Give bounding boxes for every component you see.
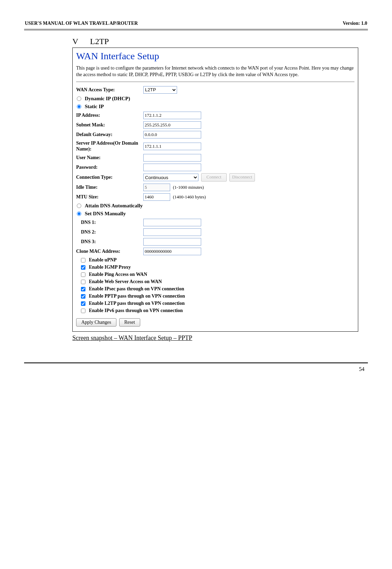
page-number: 54	[24, 366, 368, 372]
dns-auto-radio[interactable]	[77, 204, 81, 208]
figure-caption: Screen snapshot – WAN Interface Setup – …	[72, 334, 368, 342]
connect-button[interactable]: Connect	[201, 173, 227, 182]
server-input[interactable]	[143, 143, 201, 150]
idle-label: Idle Time:	[76, 185, 143, 190]
mask-label: Subnet Mask:	[76, 122, 143, 128]
apply-button[interactable]: Apply Changes	[76, 318, 116, 327]
gw-input[interactable]	[143, 131, 201, 138]
pass-input[interactable]	[143, 164, 201, 171]
web-label: Enable Web Server Access on WAN	[89, 279, 162, 284]
footer-rule	[24, 362, 368, 363]
dns3-label: DNS 3:	[81, 239, 143, 245]
dns1-input[interactable]	[143, 219, 201, 226]
upnp-check[interactable]	[81, 258, 85, 262]
wan-setup-panel: WAN Interface Setup This page is used to…	[72, 48, 358, 332]
idle-hint: (1-1000 minutes)	[173, 185, 204, 190]
conn-select[interactable]: Continuous	[143, 174, 198, 181]
dhcp-label: Dynamic IP (DHCP)	[85, 96, 130, 102]
igmp-check[interactable]	[81, 265, 85, 270]
dns1-label: DNS 1:	[81, 220, 143, 225]
clone-label: Clone MAC Address:	[76, 249, 143, 254]
page-title: WAN Interface Setup	[76, 51, 354, 62]
l2tp-check[interactable]	[81, 301, 85, 306]
igmp-label: Enable IGMP Proxy	[89, 265, 131, 270]
gw-label: Default Gateway:	[76, 132, 143, 137]
dhcp-radio[interactable]	[77, 96, 81, 101]
header-rule	[24, 29, 368, 30]
conn-label: Connection Type:	[76, 175, 143, 180]
web-check[interactable]	[81, 280, 85, 284]
upnp-label: Enable uPNP	[89, 257, 117, 263]
ping-label: Enable Ping Access on WAN	[89, 272, 147, 277]
wan-access-select[interactable]: L2TP	[143, 86, 177, 94]
pass-label: Password:	[76, 165, 143, 170]
ipsec-label: Enable IPsec pass through on VPN connect…	[89, 286, 184, 292]
pptp-check[interactable]	[81, 294, 85, 299]
mtu-hint: (1400-1460 bytes)	[173, 194, 206, 200]
ip-label: IP Address:	[76, 113, 143, 118]
mask-input[interactable]	[143, 121, 201, 129]
ping-check[interactable]	[81, 272, 85, 277]
header-rule-inner	[24, 30, 368, 31]
doc-header-left: USER'S MANUAL OF WLAN TRAVEL AP/ROUTER	[25, 21, 138, 26]
static-radio[interactable]	[77, 104, 81, 109]
ipsec-check[interactable]	[81, 287, 85, 291]
clone-input[interactable]	[143, 248, 201, 255]
ipv6-check[interactable]	[81, 309, 85, 313]
dns2-input[interactable]	[143, 228, 201, 236]
wan-access-label: WAN Access Type:	[76, 87, 143, 93]
dns-manual-label: Set DNS Manually	[85, 211, 126, 217]
mtu-label: MTU Size:	[76, 194, 143, 200]
intro-text: This page is used to configure the param…	[76, 65, 354, 78]
ipv6-label: Enable IPv6 pass through on VPN connecti…	[89, 308, 183, 313]
user-input[interactable]	[143, 154, 201, 162]
mtu-input[interactable]	[143, 193, 170, 201]
disconnect-button[interactable]: Disconnect	[229, 173, 255, 182]
separator	[76, 82, 354, 82]
reset-button[interactable]: Reset	[119, 318, 140, 327]
dns3-input[interactable]	[143, 238, 201, 246]
user-label: User Name:	[76, 155, 143, 161]
server-label: Server IP Address(Or Domain Name):	[76, 141, 143, 152]
dns2-label: DNS 2:	[81, 229, 143, 235]
dns-auto-label: Attain DNS Automatically	[85, 203, 143, 209]
dns-manual-radio[interactable]	[77, 211, 81, 216]
pptp-label: Enable PPTP pass through on VPN connecti…	[89, 293, 185, 299]
static-label: Static IP	[85, 104, 104, 110]
l2tp-label: Enable L2TP pass through on VPN connecti…	[89, 301, 185, 306]
doc-header-right: Version: 1.0	[343, 21, 367, 26]
section-heading: V L2TP	[72, 37, 368, 46]
ip-input[interactable]	[143, 112, 201, 119]
idle-input[interactable]	[143, 184, 170, 191]
